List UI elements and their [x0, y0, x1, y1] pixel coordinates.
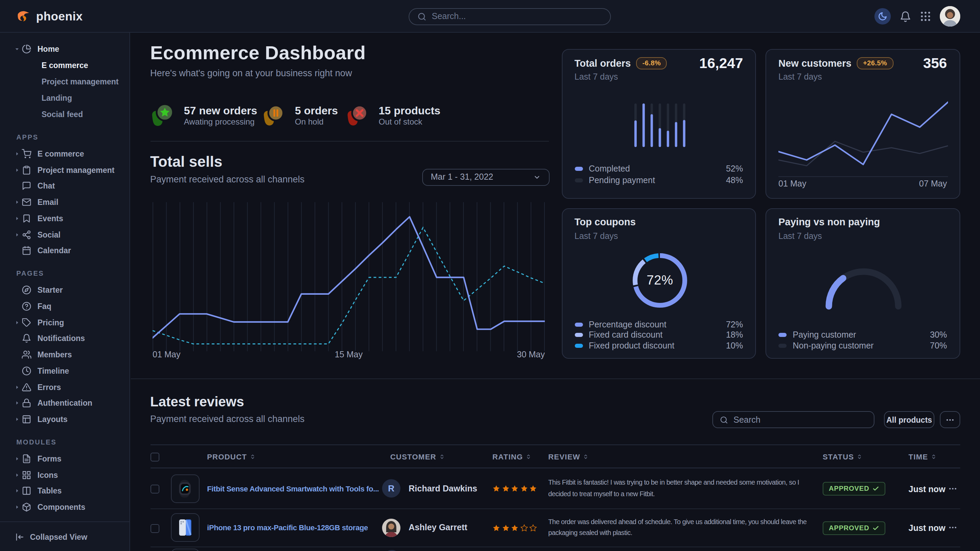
- legend-paying-customer: Paying customer 30%: [778, 329, 947, 340]
- legend-fixed-card-discount: Fixed card discount 18%: [574, 330, 743, 340]
- select-all-checkbox[interactable]: [150, 453, 159, 462]
- sidebar-item-social[interactable]: Social: [0, 227, 129, 243]
- avatar-initial: R: [388, 483, 395, 494]
- sidebar-item-timeline[interactable]: Timeline: [0, 363, 129, 379]
- sidebar-item-email[interactable]: Email: [0, 194, 129, 211]
- sort-icon: [526, 454, 531, 459]
- chat-icon: [22, 181, 32, 191]
- sidebar-item-home-e-commerce[interactable]: E commerce: [0, 57, 129, 73]
- product-link[interactable]: iPhone 13 pro max-Pacific Blue-128GB sto…: [207, 524, 368, 532]
- column-status[interactable]: STATUS: [822, 452, 854, 460]
- file-text-icon: [22, 454, 32, 464]
- caret-right-icon: [14, 151, 20, 157]
- legend-fixed-product-discount: Fixed product discount 10%: [574, 341, 743, 351]
- phoenix-logo-icon: [16, 10, 31, 23]
- sidebar-item-members[interactable]: Members: [0, 347, 129, 363]
- theme-toggle-button[interactable]: [875, 8, 891, 24]
- sidebar-item-label: Tables: [37, 487, 62, 495]
- stat-new-orders: 57 new orders Awating processing: [149, 102, 257, 129]
- reviews-table: PRODUCT CUSTOMER RATING REVIEW STATUS TI…: [150, 445, 960, 547]
- notifications-button[interactable]: [900, 11, 911, 22]
- sidebar-item-label: Notifications: [37, 335, 85, 343]
- avatar-image: [382, 519, 401, 537]
- sidebar-item-icons[interactable]: Icons: [0, 467, 129, 483]
- sort-icon: [250, 454, 255, 459]
- column-product[interactable]: PRODUCT: [207, 452, 247, 460]
- global-search-input[interactable]: [432, 11, 602, 21]
- fitbit-watch-image: [175, 478, 196, 499]
- pie-chart-icon: [22, 44, 32, 54]
- sidebar-item-home-social-feed[interactable]: Social feed: [0, 106, 129, 122]
- date-range-select[interactable]: Mar 1 - 31, 2022: [422, 168, 549, 186]
- sidebar-item-layouts[interactable]: Layouts: [0, 411, 129, 428]
- global-search[interactable]: [409, 8, 611, 25]
- chevron-down-icon: [533, 173, 540, 181]
- product-link[interactable]: Fitbit Sense Advanced Smartwatch with To…: [207, 484, 379, 492]
- review-time: Just now: [908, 524, 945, 533]
- column-rating[interactable]: RATING: [492, 452, 523, 460]
- status-badge: APPROVED: [822, 521, 886, 535]
- row-checkbox[interactable]: [150, 524, 159, 533]
- sidebar-item-faq[interactable]: Faq: [0, 298, 129, 314]
- sidebar-item-notifications[interactable]: Notifications: [0, 330, 129, 347]
- app: phoenix Home: [0, 0, 980, 551]
- user-avatar[interactable]: [940, 6, 960, 27]
- caret-right-icon: [14, 319, 20, 325]
- sidebar-item-home-landing[interactable]: Landing: [0, 90, 129, 106]
- new-customers-chart: [778, 92, 948, 177]
- collapse-icon: [15, 532, 24, 541]
- card-new-customers: New customers +26.5% 356 Last 7 days 01 …: [765, 49, 960, 199]
- clock-icon: [22, 366, 32, 376]
- sidebar-item-components[interactable]: Components: [0, 499, 129, 516]
- reviews-search-input[interactable]: [733, 415, 867, 424]
- avatar-image: [940, 6, 960, 27]
- legend-completed: Completed 52%: [574, 164, 743, 174]
- column-customer[interactable]: CUSTOMER: [390, 452, 436, 460]
- customer-avatar-partial: [382, 549, 401, 551]
- sidebar-item-home-project-management[interactable]: Project management: [0, 73, 129, 90]
- sidebar-item-errors[interactable]: Errors: [0, 379, 129, 395]
- section-divider: [131, 378, 980, 379]
- sort-icon: [857, 454, 862, 459]
- sidebar-collapse-toggle[interactable]: Collapsed View: [0, 521, 129, 551]
- card-total-orders: Total orders -6.8% 16,247 Last 7 days Co…: [562, 49, 756, 199]
- sidebar-item-events[interactable]: Events: [0, 210, 129, 227]
- row-menu-button[interactable]: [948, 484, 960, 493]
- on-hold-icon: [261, 102, 287, 129]
- row-menu-button[interactable]: [948, 523, 960, 533]
- brand-name: phoenix: [36, 9, 83, 24]
- column-time[interactable]: TIME: [908, 452, 928, 460]
- legend-value: 10%: [726, 341, 743, 351]
- legend-value: 70%: [930, 341, 947, 351]
- column-review[interactable]: REVIEW: [548, 452, 580, 460]
- product-image-iphone[interactable]: [171, 514, 200, 542]
- sidebar-item-e-commerce[interactable]: E commerce: [0, 146, 129, 162]
- sidebar-item-starter[interactable]: Starter: [0, 282, 129, 299]
- reviews-more-button[interactable]: [940, 411, 960, 428]
- mail-icon: [22, 197, 32, 207]
- reviews-search[interactable]: [712, 411, 875, 428]
- customer-avatar[interactable]: [382, 519, 401, 537]
- product-image-fitbit[interactable]: [171, 474, 200, 503]
- share-icon: [22, 230, 32, 239]
- caret-right-icon: [14, 456, 20, 462]
- brand-logo[interactable]: phoenix: [16, 0, 83, 33]
- legend-swatch: [574, 344, 582, 348]
- apps-menu-button[interactable]: [920, 11, 931, 22]
- product-filter-button[interactable]: All products: [884, 411, 934, 428]
- customer-avatar[interactable]: R: [382, 479, 401, 497]
- sidebar-item-project-management[interactable]: Project management: [0, 162, 129, 178]
- legend-value: 72%: [726, 320, 743, 329]
- sidebar-item-calendar[interactable]: Calendar: [0, 243, 129, 259]
- sidebar-item-forms[interactable]: Forms: [0, 451, 129, 467]
- sidebar-item-chat[interactable]: Chat: [0, 178, 129, 194]
- sidebar-item-tables[interactable]: Tables: [0, 483, 129, 499]
- sidebar-item-authentication[interactable]: Authentication: [0, 395, 129, 411]
- sidebar-item-home[interactable]: Home: [0, 41, 129, 57]
- row-checkbox[interactable]: [150, 484, 159, 494]
- card-paying-vs-non-paying: Paying vs non paying Last 7 days Paying …: [765, 208, 960, 359]
- review-time: Just now: [908, 484, 945, 494]
- legend-pending: Pending payment 48%: [574, 175, 743, 186]
- sidebar-item-pricing[interactable]: Pricing: [0, 314, 129, 331]
- bookmark-icon: [22, 214, 32, 223]
